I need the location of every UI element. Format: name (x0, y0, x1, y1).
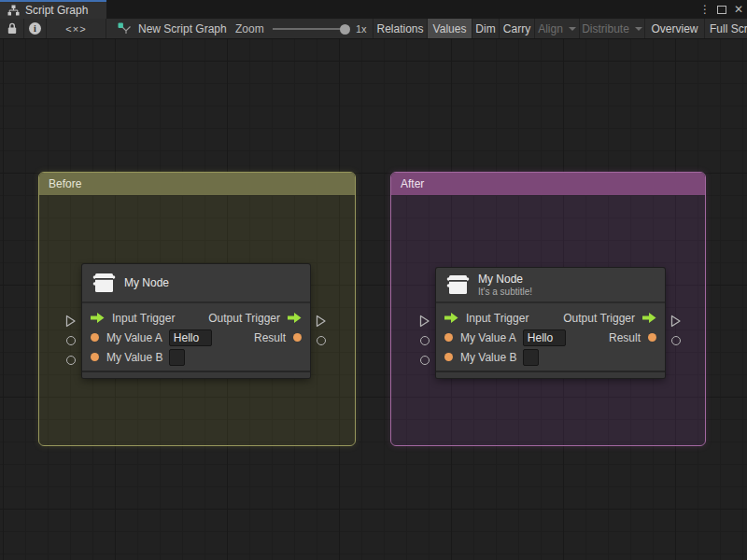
group-after-header[interactable]: After (391, 173, 705, 195)
value-b-label: My Value B (460, 351, 516, 364)
node-before-header[interactable]: My Node (82, 264, 310, 303)
outer-flow-port-icon[interactable] (65, 315, 77, 328)
value-a-label: My Value A (460, 331, 516, 344)
chevron-down-icon (635, 27, 642, 31)
graph-toolbar: i <×> New Script Graph Zoom 1x Relations… (0, 19, 747, 39)
maximize-icon[interactable] (717, 6, 726, 14)
value-a-input[interactable] (523, 329, 566, 346)
zoom-slider-thumb[interactable] (340, 24, 350, 35)
zoom-slider[interactable] (273, 28, 345, 30)
graph-icon (118, 22, 132, 35)
kebab-menu-icon[interactable]: ⋮ (697, 3, 713, 16)
zoom-value: 1x (356, 19, 367, 38)
flow-arrow-icon[interactable] (288, 313, 302, 323)
fullscreen-button[interactable]: Full Screen (704, 19, 747, 38)
zoom-label: Zoom (235, 19, 264, 38)
input-trigger-label: Input Trigger (112, 312, 175, 325)
value-dot-icon[interactable] (91, 353, 99, 361)
graph-canvas[interactable]: Before After My N (0, 39, 747, 560)
overview-button[interactable]: Overview (644, 19, 704, 38)
node-title: My Node (124, 276, 169, 290)
script-graph-icon (7, 5, 20, 16)
node-before[interactable]: My Node Input Trigger Output Trigger My (82, 264, 310, 378)
lock-button[interactable] (0, 19, 24, 38)
lock-icon (7, 22, 18, 35)
outer-flow-port-icon[interactable] (316, 315, 327, 328)
tab-title: Script Graph (25, 4, 88, 17)
titlebar: Script Graph ⋮ ✕ (0, 0, 747, 19)
port-row-trigger: Input Trigger Output Trigger (82, 308, 310, 328)
align-dropdown[interactable]: Align (534, 19, 579, 38)
port-row-value-a: My Value A Result (436, 328, 665, 347)
outer-value-port-icon[interactable] (317, 336, 326, 345)
flow-arrow-icon[interactable] (642, 313, 656, 323)
unit-icon (92, 272, 116, 294)
outer-flow-port-icon[interactable] (419, 315, 430, 328)
script-graph-window: Script Graph ⋮ ✕ i <×> (0, 0, 747, 560)
info-icon: i (29, 22, 41, 35)
node-title: My Node (478, 273, 532, 287)
values-button[interactable]: Values (427, 19, 472, 38)
port-row-value-b: My Value B (82, 347, 310, 367)
outer-value-port-icon[interactable] (671, 336, 681, 345)
port-row-value-b: My Value B (436, 347, 665, 367)
distribute-dropdown[interactable]: Distribute (579, 19, 644, 38)
result-label: Result (254, 331, 286, 344)
relations-button[interactable]: Relations (373, 19, 427, 38)
value-dot-icon[interactable] (444, 353, 453, 361)
dim-button[interactable]: Dim (472, 19, 499, 38)
node-footer (82, 371, 310, 378)
graph-name: New Script Graph (138, 22, 227, 35)
outer-value-port-icon[interactable] (66, 356, 76, 365)
outer-value-port-icon[interactable] (420, 356, 430, 365)
distribute-label: Distribute (582, 22, 629, 35)
node-footer (436, 371, 665, 378)
group-before-header[interactable]: Before (39, 173, 355, 195)
window-controls: ⋮ ✕ (697, 0, 747, 19)
port-row-trigger: Input Trigger Output Trigger (436, 308, 665, 328)
output-trigger-label: Output Trigger (208, 312, 280, 325)
outer-flow-port-icon[interactable] (670, 315, 682, 328)
node-before-body: Input Trigger Output Trigger My Value A … (82, 303, 310, 371)
chevron-down-icon (569, 27, 576, 31)
outer-value-port-icon[interactable] (66, 336, 76, 345)
graph-breadcrumb[interactable]: New Script Graph (118, 19, 227, 38)
value-a-label: My Value A (106, 331, 162, 344)
result-label: Result (609, 331, 641, 344)
input-trigger-label: Input Trigger (466, 312, 529, 325)
value-dot-icon[interactable] (293, 333, 302, 342)
node-after-header[interactable]: My Node It's a subtitle! (436, 268, 665, 303)
carry-button[interactable]: Carry (499, 19, 534, 38)
code-icon: <×> (65, 23, 86, 35)
unit-icon (445, 273, 470, 296)
value-dot-icon[interactable] (648, 333, 656, 342)
close-icon[interactable]: ✕ (730, 3, 747, 16)
flow-arrow-icon[interactable] (91, 313, 105, 323)
value-b-input[interactable] (523, 349, 539, 366)
code-view-button[interactable]: <×> (47, 19, 106, 38)
outer-value-port-icon[interactable] (420, 336, 430, 345)
value-a-input[interactable] (169, 329, 212, 346)
port-row-value-a: My Value A Result (82, 328, 310, 347)
node-after[interactable]: My Node It's a subtitle! Input Trigger O… (436, 268, 665, 378)
info-button[interactable]: i (24, 19, 47, 38)
node-subtitle: It's a subtitle! (478, 287, 532, 298)
value-b-input[interactable] (169, 349, 185, 366)
value-dot-icon[interactable] (444, 333, 453, 342)
output-trigger-label: Output Trigger (563, 312, 635, 325)
value-b-label: My Value B (106, 351, 162, 364)
value-dot-icon[interactable] (91, 333, 99, 342)
tab-script-graph[interactable]: Script Graph (0, 0, 106, 19)
flow-arrow-icon[interactable] (444, 313, 458, 323)
node-after-body: Input Trigger Output Trigger My Value A … (436, 303, 665, 371)
align-label: Align (538, 22, 563, 35)
